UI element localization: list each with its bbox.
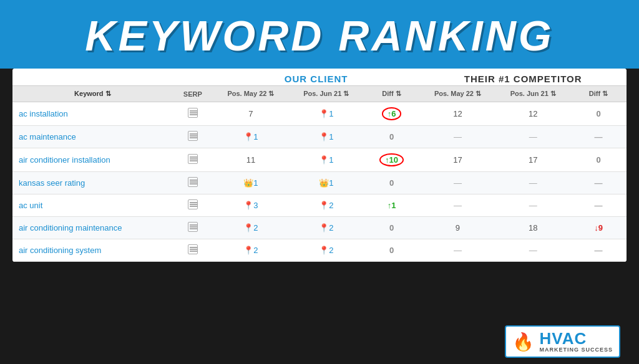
page-container: KEYWORD RANKING OUR CLIENT THEIR #1 COMP… (0, 0, 639, 364)
table-body: ac installation 7 📍1 ↑6 12 12 0 ac maint… (12, 102, 627, 262)
serp-cell (173, 172, 213, 194)
client-diff-cell: 0 (364, 126, 420, 148)
comp-diff-cell: — (570, 126, 627, 148)
client-pos-jun-cell: 📍2 (289, 239, 364, 262)
client-pos-may-cell: 7 (213, 102, 289, 126)
client-pos-may-cell: 📍3 (213, 194, 289, 217)
keyword-cell[interactable]: ac maintenance (12, 126, 173, 148)
hvac-main-text: HVAC (539, 330, 613, 347)
client-pos-may-cell: 📍2 (213, 239, 289, 262)
comp-pos-jun-cell: 12 (495, 102, 570, 126)
comp-diff-cell: 0 (570, 148, 627, 172)
sort-icon[interactable]: ⇅ (602, 90, 608, 97)
hvac-logo: 🔥 HVAC MARKETING SUCCESS (505, 325, 620, 358)
comp-pos-may-cell: 17 (419, 148, 495, 172)
client-pos-may-cell: 11 (213, 148, 289, 172)
serp-col-header: SERP (173, 86, 213, 102)
client-pos-jun-cell: 📍1 (289, 148, 364, 172)
table-row: ac unit 📍3 📍2 ↑1 — — — (12, 194, 627, 217)
client-pos-jun-cell: 👑1 (289, 172, 364, 194)
header-banner: KEYWORD RANKING (0, 0, 639, 69)
flame-icon: 🔥 (512, 332, 534, 352)
ranking-table-container: OUR CLIENT THEIR #1 COMPETITOR Keyword ⇅… (12, 69, 627, 262)
client-pos-jun-cell: 📍2 (289, 217, 364, 239)
table-row: air conditioning maintenance 📍2 📍2 0 9 1… (12, 217, 627, 239)
table-row: ac maintenance 📍1 📍1 0 — — — (12, 126, 627, 148)
comp-diff-cell: ↓9 (570, 217, 627, 239)
comp-diff-cell: — (570, 194, 627, 217)
comp-pos-may-cell: — (419, 172, 495, 194)
comp-pos-jun-cell: 17 (495, 148, 570, 172)
client-pos-jun-cell: 📍2 (289, 194, 364, 217)
serp-section-header (173, 69, 213, 86)
serp-cell (173, 148, 213, 172)
comp-pos-jun-cell: — (495, 194, 570, 217)
serp-list-icon (188, 131, 198, 141)
serp-cell (173, 126, 213, 148)
sort-icon[interactable]: ⇅ (268, 90, 274, 97)
keyword-cell[interactable]: air conditioning maintenance (12, 217, 173, 239)
client-pos-may-cell: 📍2 (213, 217, 289, 239)
serp-cell (173, 217, 213, 239)
client-jun-col-header: Pos. Jun 21 ⇅ (289, 86, 364, 102)
section-header-row: OUR CLIENT THEIR #1 COMPETITOR (12, 69, 627, 86)
comp-jun-col-header: Pos. Jun 21 ⇅ (495, 86, 570, 102)
keyword-cell[interactable]: air conditioner installation (12, 148, 173, 172)
client-diff-cell: 0 (364, 172, 420, 194)
sort-icon[interactable]: ⇅ (343, 90, 349, 97)
comp-pos-jun-cell: — (495, 239, 570, 262)
comp-diff-cell: — (570, 239, 627, 262)
keyword-cell[interactable]: air conditioning system (12, 239, 173, 262)
serp-list-icon (188, 199, 198, 209)
client-pos-jun-cell: 📍1 (289, 126, 364, 148)
serp-list-icon (188, 154, 198, 164)
comp-diff-cell: — (570, 172, 627, 194)
comp-may-col-header: Pos. May 22 ⇅ (419, 86, 495, 102)
client-diff-cell: 0 (364, 217, 420, 239)
sort-icon[interactable]: ⇅ (550, 90, 556, 97)
client-diff-cell: 0 (364, 239, 420, 262)
client-diff-col-header: Diff ⇅ (364, 86, 420, 102)
comp-pos-jun-cell: — (495, 172, 570, 194)
comp-pos-may-cell: — (419, 194, 495, 217)
table-row: air conditioning system 📍2 📍2 0 — — — (12, 239, 627, 262)
client-pos-may-cell: 📍1 (213, 126, 289, 148)
comp-pos-may-cell: 12 (419, 102, 495, 126)
serp-cell (173, 239, 213, 262)
table-row: kansas seer rating 👑1 👑1 0 — — — (12, 172, 627, 194)
sort-icon[interactable]: ⇅ (105, 90, 111, 97)
serp-cell (173, 102, 213, 126)
keyword-cell[interactable]: ac unit (12, 194, 173, 217)
sort-icon[interactable]: ⇅ (396, 90, 401, 97)
ranking-table: OUR CLIENT THEIR #1 COMPETITOR Keyword ⇅… (12, 69, 627, 262)
serp-list-icon (188, 177, 198, 187)
serp-list-icon (188, 108, 198, 118)
keyword-section-header (12, 69, 173, 86)
table-row: air conditioner installation 11 📍1 ↑10 1… (12, 148, 627, 172)
client-pos-may-cell: 👑1 (213, 172, 289, 194)
hvac-text: HVAC MARKETING SUCCESS (539, 330, 613, 353)
serp-list-icon (188, 244, 198, 254)
keyword-cell[interactable]: kansas seer rating (12, 172, 173, 194)
comp-pos-jun-cell: — (495, 126, 570, 148)
keyword-cell[interactable]: ac installation (12, 102, 173, 126)
comp-pos-may-cell: 9 (419, 217, 495, 239)
table-row: ac installation 7 📍1 ↑6 12 12 0 (12, 102, 627, 126)
sort-icon[interactable]: ⇅ (476, 90, 481, 97)
client-diff-cell: ↑1 (364, 194, 420, 217)
keyword-col-header: Keyword ⇅ (12, 86, 173, 102)
client-pos-jun-cell: 📍1 (289, 102, 364, 126)
page-title: KEYWORD RANKING (19, 11, 620, 60)
competitor-header: THEIR #1 COMPETITOR (419, 69, 627, 86)
column-header-row: Keyword ⇅ SERP Pos. May 22 ⇅ Pos. Jun 21… (12, 86, 627, 102)
comp-pos-may-cell: — (419, 239, 495, 262)
comp-diff-col-header: Diff ⇅ (570, 86, 627, 102)
client-may-col-header: Pos. May 22 ⇅ (213, 86, 289, 102)
our-client-header: OUR CLIENT (213, 69, 420, 86)
client-diff-cell: ↑10 (364, 148, 420, 172)
comp-pos-may-cell: — (419, 126, 495, 148)
hvac-sub-text: MARKETING SUCCESS (539, 347, 613, 353)
serp-cell (173, 194, 213, 217)
comp-pos-jun-cell: 18 (495, 217, 570, 239)
comp-diff-cell: 0 (570, 102, 627, 126)
